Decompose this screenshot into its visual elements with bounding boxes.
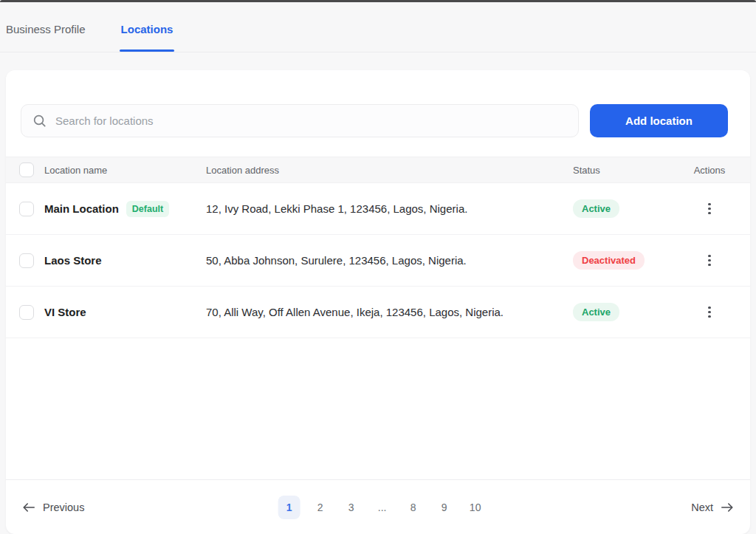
next-button[interactable]: Next	[691, 502, 734, 513]
tabs-bar: Business Profile Locations	[0, 0, 756, 52]
location-name: Laos Store	[44, 254, 102, 267]
location-name-cell: Main Location Default	[44, 201, 196, 217]
page-button-2[interactable]: 2	[309, 496, 331, 519]
search-icon	[32, 114, 47, 128]
actions-cell	[680, 199, 739, 219]
header-status: Status	[573, 165, 670, 176]
actions-cell	[680, 302, 739, 323]
table-row: VI Store 70, Alli Way, Off Allen Avenue,…	[6, 287, 750, 338]
row-checkbox[interactable]	[19, 202, 34, 216]
table-row: Laos Store 50, Abba Johnson, Surulere, 1…	[6, 235, 750, 287]
status-cell: Active	[573, 199, 670, 218]
tab-locations[interactable]: Locations	[121, 23, 173, 52]
locations-table: Location name Location address Status Ac…	[6, 157, 750, 338]
row-actions-menu-icon[interactable]	[704, 250, 715, 271]
actions-cell	[680, 250, 739, 271]
location-name-cell: VI Store	[44, 306, 196, 318]
location-name-cell: Laos Store	[44, 254, 196, 267]
header-location-name: Location name	[44, 165, 196, 176]
location-name: VI Store	[44, 306, 86, 318]
status-badge: Active	[573, 199, 619, 218]
previous-label: Previous	[43, 502, 84, 513]
page-button-1[interactable]: 1	[278, 496, 300, 519]
header-actions: Actions	[680, 165, 739, 176]
status-cell: Deactivated	[573, 251, 670, 270]
table-header-row: Location name Location address Status Ac…	[6, 157, 750, 183]
previous-button[interactable]: Previous	[22, 502, 84, 513]
header-location-address: Location address	[206, 165, 563, 176]
status-badge: Deactivated	[573, 251, 645, 270]
row-actions-menu-icon[interactable]	[704, 302, 715, 323]
page-ellipsis: ...	[371, 496, 394, 519]
page-list: 1 2 3 ... 8 9 10	[278, 496, 487, 519]
add-location-button[interactable]: Add location	[590, 104, 728, 137]
row-actions-menu-icon[interactable]	[704, 199, 715, 219]
row-checkbox[interactable]	[19, 305, 34, 320]
pagination-bar: Previous 1 2 3 ... 8 9 10 Next	[6, 479, 750, 534]
page-button-8[interactable]: 8	[402, 496, 425, 519]
page-button-3[interactable]: 3	[340, 496, 362, 519]
status-cell: Active	[573, 303, 670, 321]
arrow-left-icon	[22, 502, 35, 513]
location-name: Main Location	[44, 202, 119, 215]
location-address: 50, Abba Johnson, Surulere, 123456, Lago…	[206, 254, 563, 267]
tab-business-profile[interactable]: Business Profile	[6, 23, 86, 52]
search-input[interactable]	[21, 104, 579, 137]
location-address: 12, Ivy Road, Lekki Phase 1, 123456, Lag…	[206, 202, 563, 215]
default-badge: Default	[126, 201, 169, 217]
locations-panel: Add location Location name Location addr…	[6, 70, 750, 534]
status-badge: Active	[573, 303, 619, 321]
arrow-right-icon	[721, 502, 734, 513]
location-address: 70, Alli Way, Off Allen Avenue, Ikeja, 1…	[206, 306, 563, 318]
next-label: Next	[691, 502, 713, 513]
page-button-10[interactable]: 10	[464, 496, 487, 519]
row-checkbox[interactable]	[19, 253, 34, 268]
select-all-checkbox[interactable]	[19, 162, 34, 177]
table-row: Main Location Default 12, Ivy Road, Lekk…	[6, 183, 750, 235]
toolbar: Add location	[21, 104, 728, 137]
search-box	[21, 104, 579, 137]
page-button-9[interactable]: 9	[433, 496, 456, 519]
